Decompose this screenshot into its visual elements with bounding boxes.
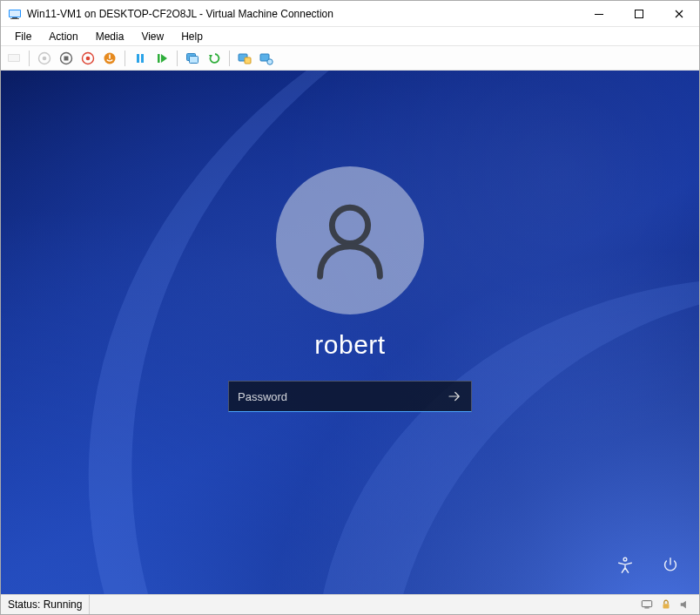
toolbar-separator <box>125 51 125 66</box>
shutdown-button[interactable] <box>78 49 98 68</box>
svg-point-13 <box>86 56 91 60</box>
maximize-icon <box>635 10 643 18</box>
menu-file[interactable]: File <box>6 29 40 44</box>
svg-rect-16 <box>137 54 139 63</box>
minimize-button[interactable] <box>579 1 619 27</box>
svg-rect-22 <box>245 57 251 64</box>
password-row <box>228 381 472 412</box>
pause-button[interactable] <box>131 49 150 68</box>
user-avatar <box>276 166 424 314</box>
svg-point-9 <box>43 56 47 60</box>
save-button[interactable] <box>100 49 119 68</box>
start-button[interactable] <box>35 49 54 68</box>
save-icon <box>103 51 117 65</box>
revert-icon <box>207 51 221 65</box>
svg-point-26 <box>623 558 627 561</box>
toolbar-separator <box>29 51 30 66</box>
arrow-right-icon <box>447 389 462 404</box>
titlebar: Win11-VM1 on DESKTOP-CF2O8JL - Virtual M… <box>1 1 699 27</box>
svg-rect-11 <box>64 56 69 60</box>
maximize-button[interactable] <box>619 1 659 27</box>
pause-icon <box>133 51 147 65</box>
turn-off-icon <box>59 51 73 65</box>
status-text: Status: Running <box>1 595 90 614</box>
shutdown-icon <box>81 51 95 65</box>
svg-rect-27 <box>642 601 651 607</box>
svg-rect-2 <box>12 17 17 18</box>
svg-point-24 <box>267 58 273 64</box>
login-corner-controls <box>612 552 683 578</box>
accessibility-icon <box>616 556 635 575</box>
lock-icon <box>659 598 673 612</box>
ctrl-alt-del-icon <box>7 51 21 65</box>
app-window: Win11-VM1 on DESKTOP-CF2O8JL - Virtual M… <box>0 0 700 615</box>
display-icon <box>640 598 654 612</box>
vm-viewport[interactable]: robert <box>1 71 699 595</box>
close-button[interactable] <box>659 1 699 27</box>
checkpoint-icon <box>185 51 199 65</box>
svg-rect-7 <box>9 55 19 61</box>
speaker-icon <box>678 598 692 612</box>
reset-button[interactable] <box>152 49 172 68</box>
toolbar <box>1 46 699 71</box>
menu-action[interactable]: Action <box>40 29 86 44</box>
enhanced-session-button[interactable] <box>235 49 254 68</box>
menu-view[interactable]: View <box>132 29 172 44</box>
minimize-icon <box>595 10 603 18</box>
svg-rect-4 <box>595 14 603 15</box>
statusbar: Status: Running <box>1 595 699 614</box>
svg-rect-18 <box>158 54 160 63</box>
svg-point-25 <box>332 207 367 243</box>
enhanced-session-icon <box>238 51 252 65</box>
ctrl-alt-del-button[interactable] <box>4 49 24 68</box>
share-icon <box>259 51 273 65</box>
svg-rect-20 <box>190 56 199 63</box>
svg-rect-17 <box>141 54 144 63</box>
start-icon <box>37 51 51 65</box>
status-icons <box>633 598 699 612</box>
username-label: robert <box>314 330 385 360</box>
login-screen: robert <box>1 71 699 594</box>
window-title: Win11-VM1 on DESKTOP-CF2O8JL - Virtual M… <box>27 8 333 20</box>
menu-help[interactable]: Help <box>172 29 212 44</box>
svg-rect-1 <box>10 10 20 17</box>
reset-icon <box>155 51 169 65</box>
menu-media[interactable]: Media <box>87 29 133 44</box>
person-icon <box>302 193 398 288</box>
close-icon <box>675 10 683 18</box>
svg-rect-3 <box>10 18 19 19</box>
accessibility-button[interactable] <box>612 552 638 578</box>
revert-button[interactable] <box>205 49 224 68</box>
svg-rect-28 <box>644 608 649 609</box>
toolbar-separator <box>177 51 178 66</box>
share-button[interactable] <box>257 49 276 68</box>
checkpoint-button[interactable] <box>183 49 202 68</box>
toolbar-separator <box>229 51 230 66</box>
submit-button[interactable] <box>438 382 471 411</box>
password-input[interactable] <box>229 382 438 411</box>
power-icon <box>661 556 680 575</box>
turn-off-button[interactable] <box>57 49 76 68</box>
app-icon <box>8 7 22 21</box>
power-button[interactable] <box>657 552 683 578</box>
svg-rect-29 <box>663 604 670 608</box>
svg-rect-5 <box>636 10 643 17</box>
menubar: File Action Media View Help <box>1 27 699 46</box>
svg-rect-15 <box>109 54 111 58</box>
